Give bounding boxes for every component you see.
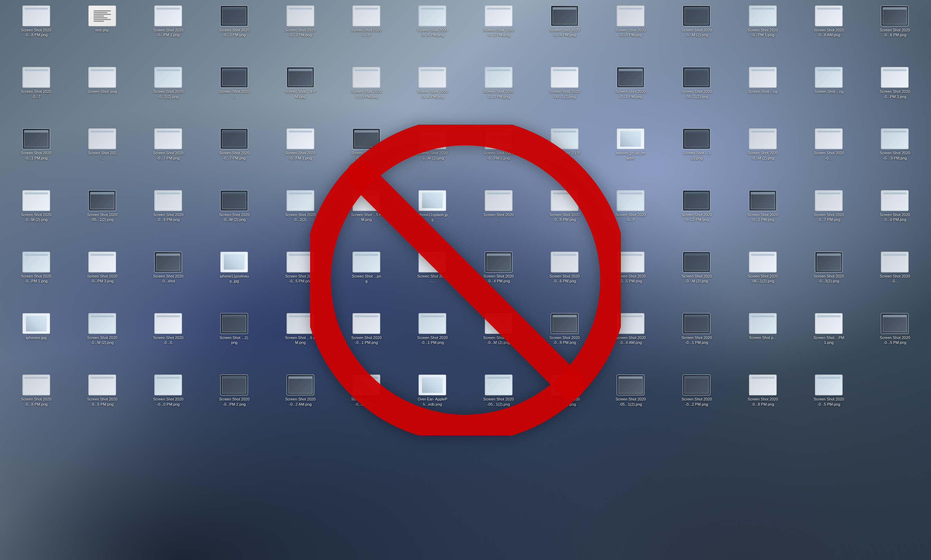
- desktop-icon[interactable]: Screen Shot ...9 PM.png: [268, 65, 333, 126]
- desktop-icon[interactable]: Screen Shot ...2).png: [202, 311, 267, 372]
- desktop-icon[interactable]: Screen Shot 2020-0...PM 3.png: [862, 65, 928, 126]
- desktop-icon[interactable]: Screen Shot 2020-0...PM 2.png: [466, 126, 531, 187]
- desktop-icon[interactable]: Screen Shot 2020-0...PM 1.png: [730, 3, 795, 64]
- icon-thumbnail: [154, 6, 182, 26]
- desktop-icon[interactable]: Screen Shot 2020-0...0 PM.png: [334, 65, 399, 126]
- desktop-icon[interactable]: Screen Shot 2020-0...0.: [136, 311, 201, 372]
- desktop-icon[interactable]: Screen Shot 2020-0...M (2).png: [664, 249, 729, 311]
- desktop-icon[interactable]: Screen Shot 2020-0...shot: [136, 249, 201, 311]
- desktop-icon[interactable]: Screen Shot 2020-0...8 PM.png: [3, 3, 69, 64]
- desktop-icon[interactable]: Screen Shot 2020-0...5 PM.png: [862, 311, 928, 372]
- icon-label: Screen Shot 2020-0...0.: [152, 335, 184, 345]
- desktop-icon[interactable]: Screen Shot 2020-0...3(2).png: [796, 249, 861, 311]
- desktop-icon[interactable]: Screen Shot 2020-0...8 PM.png: [730, 372, 795, 433]
- desktop-icon[interactable]: Screen Shot 2020-0...PM 2.png: [202, 372, 267, 433]
- desktop-icon[interactable]: Screen Shot 2020-0...3 PM.png: [466, 65, 531, 126]
- desktop-icon[interactable]: Screen Shot 2020-0...2 PM.png: [664, 372, 729, 433]
- desktop-icon[interactable]: Screen Shot 2020-0...: [862, 249, 928, 311]
- desktop-icon[interactable]: Screen Shot 2020-0...M (2).png: [466, 311, 531, 372]
- desktop-icon[interactable]: Screen Shot 2020-0...1 PM.png: [400, 311, 465, 372]
- desktop-icon[interactable]: Screen Shot 2020-...: [202, 65, 267, 126]
- desktop-icon[interactable]: Screen Shot 2020-0...9 PM.png: [400, 3, 465, 64]
- desktop-icon[interactable]: Screen Shot 2020-0...3 PM.png: [334, 372, 399, 433]
- desktop-icon[interactable]: Screen Shot 2020-0...M (2).png: [400, 126, 465, 187]
- desktop-icon[interactable]: Screen Shot 2020-0-...9 PM.png: [862, 126, 928, 187]
- desktop-icon[interactable]: Screen Shot 2020-05...1(2).png: [69, 188, 135, 249]
- desktop-icon[interactable]: Screen Shot 2020-0...1 PM.png: [334, 311, 399, 372]
- desktop-icon[interactable]: Screen Shot 2020-0...8 PM.png: [3, 372, 69, 433]
- desktop-icon[interactable]: Screen Shot 2020-0...M (2).png: [3, 188, 69, 249]
- desktop-icon[interactable]: Screen Shot 2020-0...PM 1.png: [136, 3, 201, 64]
- desktop-icon[interactable]: Screen Shot 2020-0...3 PM.png: [466, 3, 531, 64]
- desktop-icon[interactable]: Screen Shot 2020-0...6 PM.png: [400, 65, 465, 126]
- desktop-icon[interactable]: Screen Shot p...: [730, 311, 795, 372]
- desktop-icon[interactable]: Screen Shot 2020-0...1 PM.png: [730, 188, 795, 249]
- desktop-icon[interactable]: Screen Shot ...3(2).png: [664, 126, 729, 187]
- desktop-icon[interactable]: Screen Shot ...1 PM.png: [532, 126, 597, 187]
- desktop-icon[interactable]: Screen Shot ...png: [334, 249, 399, 311]
- desktop-icon[interactable]: Screen Shot 2020-0...4 PM.png: [466, 249, 531, 311]
- desktop-icon[interactable]: Screen Shot 2020-0...1 PM.png: [598, 65, 663, 126]
- desktop-icon[interactable]: Screen Shot 2020-0...PM 3.png: [69, 249, 135, 311]
- desktop-icon[interactable]: Screen Shot 2020-0...3 PM.png: [268, 3, 333, 64]
- desktop-icon[interactable]: Screen Shot 2020-0...6 AM.png: [598, 311, 663, 372]
- desktop-icon[interactable]: Screen Shot 2020-0...2 AM.png: [268, 372, 333, 433]
- desktop-icon[interactable]: Screen Shot 2020-0...7 PM.png: [202, 126, 267, 187]
- desktop-icon[interactable]: Screen Shot 2020-0...9 PM.png: [532, 188, 597, 249]
- desktop-icon[interactable]: Over-Ear- ApplePh...edb.png: [400, 372, 465, 433]
- desktop-icon[interactable]: Screen Shot ...5 PM.png: [334, 188, 399, 249]
- desktop-icon[interactable]: Screen Shot 2020-05...1(2).png: [664, 65, 729, 126]
- desktop-icon[interactable]: Screen Shot ...6 PM.png: [268, 311, 333, 372]
- desktop-icon[interactable]: Screen Shot 2020-0...4 PM.png: [532, 3, 597, 64]
- desktop-icon[interactable]: Screen Shot 2020-0...M (2).png: [202, 188, 267, 249]
- desktop-icon[interactable]: Screen Shot 2020-0...3 PM.png: [202, 3, 267, 64]
- desktop-icon[interactable]: Screen Shot 202-...: [69, 126, 135, 187]
- desktop-icon[interactable]: iphone11prolineup. jpg: [202, 249, 267, 311]
- desktop-icon[interactable]: Screen Shot 2020-0...5 PM.png: [268, 249, 333, 311]
- desktop-icon[interactable]: Screen Shot 2020-0...P: [598, 188, 663, 249]
- desktop-icon[interactable]: Screen Shot 2020-0....: [796, 126, 861, 187]
- desktop-icon[interactable]: Screen Shot ...ng: [730, 65, 795, 126]
- desktop-icon[interactable]: test.php: [69, 3, 135, 64]
- desktop-icon[interactable]: airpods_pr up_header.: [598, 126, 663, 187]
- desktop-icon[interactable]: Screen Shot 2020-0...7 PM.png: [796, 188, 861, 249]
- desktop-icon[interactable]: Screen Shot 2020-0...5 PM.png: [598, 249, 663, 311]
- desktop-icon[interactable]: iphonexr.jpg: [3, 311, 69, 372]
- desktop-icon[interactable]: Screen Shot 2020-0...9 PM.png: [136, 188, 201, 249]
- desktop-icon[interactable]: Screen Shot 2020-0...6 PM.png: [532, 249, 597, 311]
- desktop-icon[interactable]: Screen Shot 2020-0...5 PM.png: [69, 372, 135, 433]
- desktop-icon[interactable]: Screen Shot 2020-06...1(2).png: [532, 65, 597, 126]
- desktop-icon[interactable]: Screen Shot .png: [69, 65, 135, 126]
- desktop-icon[interactable]: Screen Shot 2020-05...1(2).png: [466, 372, 531, 433]
- desktop-icon[interactable]: Screen Shot 2020-0...2(2).: [268, 188, 333, 249]
- icon-label: Screen Shot ...PM 1.png: [813, 335, 844, 345]
- desktop-icon[interactable]: iphone11splash.jp g: [400, 188, 465, 249]
- desktop-icon[interactable]: Screen Shot 2020-0...M (2).png: [664, 3, 729, 64]
- desktop-icon[interactable]: Screen Shot 2020-0...1 PM.png: [3, 126, 69, 187]
- desktop-icon[interactable]: Screen Shot 2020-0...6 PM.png: [862, 3, 928, 64]
- desktop-icon[interactable]: Screen Shot 2020-0...M (2).png: [730, 126, 795, 187]
- desktop-icon[interactable]: Screen Shot 2020-0...8 AM.png: [796, 3, 861, 64]
- desktop-icon[interactable]: Screen Shot 2020-0-...2 PM.png: [664, 188, 729, 249]
- desktop-icon[interactable]: Screen Shot 2020-0...9 PM.png: [598, 3, 663, 64]
- desktop-icon[interactable]: Screen Shot 2020-0...7 PM.png: [136, 126, 201, 187]
- desktop-icon[interactable]: Screen Shot 2020-0...2(2).png: [136, 65, 201, 126]
- desktop-icon[interactable]: Screen Shot 2020-0...M (2).png: [334, 126, 399, 187]
- desktop-icon[interactable]: Screen Shot 2020-0...7: [3, 65, 69, 126]
- desktop-icon[interactable]: Screen Shot 2020-05...1(2).png: [598, 372, 663, 433]
- desktop-icon[interactable]: Screen Shot 2020-06...1(2).png: [730, 249, 795, 311]
- desktop-icon[interactable]: Screen Shot 2020-0...1 PM.png: [664, 311, 729, 372]
- desktop-icon[interactable]: Screen Shot 2020-0...PM 1.png: [3, 249, 69, 311]
- desktop-icon[interactable]: Screen Shot 2020-0...0 PM.png: [862, 188, 928, 249]
- desktop-icon[interactable]: Screen Shot 2020-0...P: [334, 3, 399, 64]
- desktop-icon[interactable]: Screen Shot ...ng: [796, 65, 861, 126]
- desktop-icon[interactable]: Screen Shot 2020-0...M (2).png: [69, 311, 135, 372]
- desktop-icon[interactable]: Screen Shot 2020-...: [466, 188, 531, 249]
- desktop-icon[interactable]: Screen Shot ...PM 1.png: [796, 311, 861, 372]
- desktop-icon[interactable]: Screen Shot 2020-0...0 PM.png: [136, 372, 201, 433]
- desktop-icon[interactable]: Screen Shot 2020-0...PM 1.png: [268, 126, 333, 187]
- desktop-icon[interactable]: Screen Shot 2020-0...9 PM.png: [532, 311, 597, 372]
- desktop-icon[interactable]: Screen Shot 2020-0...5 PM.png: [796, 372, 861, 433]
- desktop-icon[interactable]: Screen Shot 2020-05...1(2).png: [532, 372, 597, 433]
- desktop-icon[interactable]: Screen Shot 2020-...: [400, 249, 465, 311]
